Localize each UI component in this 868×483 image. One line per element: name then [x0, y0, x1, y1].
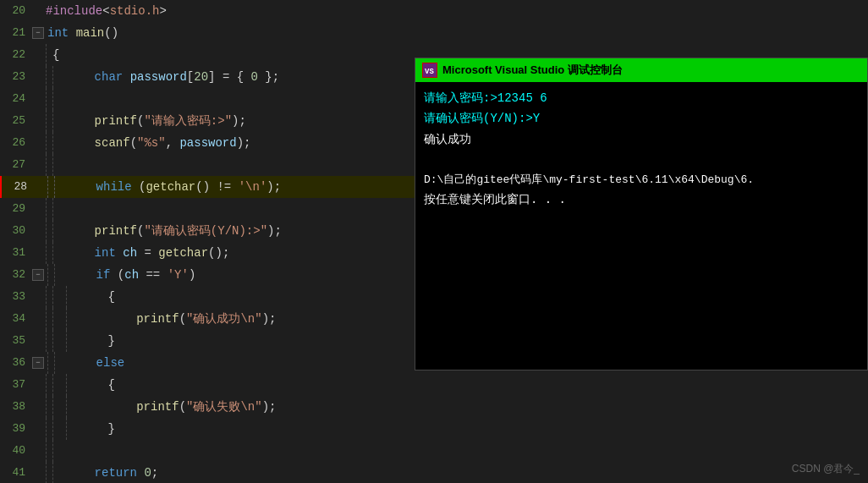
line-content-40 [44, 440, 415, 462]
line-content-20: #include<stdio.h> [44, 0, 415, 22]
console-line-6: 按任意键关闭此窗口. . . [424, 190, 859, 209]
line-content-34: printf("确认成功\n"); [44, 308, 415, 330]
line-content-27 [44, 154, 415, 176]
fold-icon-32[interactable]: − [32, 269, 44, 281]
code-line-27: 27 [0, 154, 415, 176]
code-line-21: 21 − int main() [0, 22, 415, 44]
line-content-21: int main() [46, 22, 415, 44]
console-line-5: D:\自己的gitee代码库\my-first-test\6.11\x64\De… [424, 172, 859, 189]
line-num-38: 38 [0, 396, 32, 418]
line-num-36: 36 [0, 352, 32, 374]
code-line-26: 26 scanf("%s", password); [0, 132, 415, 154]
code-line-20: 20 #include<stdio.h> [0, 0, 415, 22]
line-num-41: 41 [0, 462, 32, 483]
line-content-29 [44, 198, 415, 220]
svg-text:VS: VS [425, 68, 434, 76]
code-line-39: 39 } [0, 418, 415, 440]
code-editor: 20 #include<stdio.h> 21 − int main() 22 … [0, 0, 415, 483]
code-line-34: 34 printf("确认成功\n"); [0, 308, 415, 330]
code-line-25: 25 printf("请输入密码:>"); [0, 110, 415, 132]
line-num-24: 24 [0, 88, 32, 110]
line-content-32: if (ch == 'Y') [46, 264, 415, 286]
fold-icon-36[interactable]: − [32, 357, 44, 369]
code-line-23: 23 char password[20] = { 0 }; [0, 66, 415, 88]
code-line-36: 36 − else [0, 352, 415, 374]
line-content-35: } [44, 330, 415, 352]
line-num-31: 31 [0, 242, 32, 264]
code-lines: 20 #include<stdio.h> 21 − int main() 22 … [0, 0, 415, 483]
code-line-38: 38 printf("确认失败\n"); [0, 396, 415, 418]
line-content-38: printf("确认失败\n"); [44, 396, 415, 418]
line-num-27: 27 [0, 154, 32, 176]
line-num-40: 40 [0, 440, 32, 462]
line-num-28: 28 [2, 176, 34, 198]
code-line-30: 30 printf("请确认密码(Y/N):>"); [0, 220, 415, 242]
line-content-36: else [46, 352, 415, 374]
line-content-24 [44, 88, 415, 110]
line-content-28: while (getchar() != '\n'); [46, 176, 415, 198]
line-content-22: { [44, 44, 415, 66]
line-content-33: { [44, 286, 415, 308]
line-num-20: 20 [0, 0, 32, 22]
line-content-25: printf("请输入密码:>"); [44, 110, 415, 132]
line-content-26: scanf("%s", password); [44, 132, 415, 154]
code-line-31: 31 int ch = getchar(); [0, 242, 415, 264]
vs-icon: VS [422, 63, 437, 78]
line-content-41: return 0; [44, 462, 415, 483]
code-line-24: 24 [0, 88, 415, 110]
line-num-39: 39 [0, 418, 32, 440]
console-line-2: 请确认密码(Y/N):>Y [424, 109, 859, 128]
csdn-watermark: CSDN @君今_ [792, 462, 860, 476]
line-num-32: 32 [0, 264, 32, 286]
main-wrapper: 20 #include<stdio.h> 21 − int main() 22 … [0, 0, 868, 483]
line-content-30: printf("请确认密码(Y/N):>"); [44, 220, 415, 242]
line-content-39: } [44, 418, 415, 440]
line-num-23: 23 [0, 66, 32, 88]
line-num-26: 26 [0, 132, 32, 154]
line-num-21: 21 [0, 22, 32, 44]
code-line-37: 37 { [0, 374, 415, 396]
watermark-text: CSDN @君今_ [792, 463, 860, 475]
line-num-25: 25 [0, 110, 32, 132]
console-title: Microsoft Visual Studio 调试控制台 [442, 63, 623, 78]
code-line-40: 40 [0, 440, 415, 462]
code-line-32: 32 − if (ch == 'Y') [0, 264, 415, 286]
console-line-3: 确认成功 [424, 130, 859, 149]
line-num-34: 34 [0, 308, 32, 330]
code-line-28: 28 while (getchar() != '\n'); [0, 176, 415, 198]
fold-icon-21[interactable]: − [32, 27, 44, 39]
line-num-37: 37 [0, 374, 32, 396]
code-line-22: 22 { [0, 44, 415, 66]
line-num-22: 22 [0, 44, 32, 66]
line-content-37: { [44, 374, 415, 396]
console-window: VS Microsoft Visual Studio 调试控制台 请输入密码:>… [415, 58, 868, 370]
console-body: 请输入密码:>12345 6 请确认密码(Y/N):>Y 确认成功 D:\自己的… [415, 82, 867, 370]
line-content-31: int ch = getchar(); [44, 242, 415, 264]
code-line-33: 33 { [0, 286, 415, 308]
console-line-4 [424, 151, 859, 169]
line-num-35: 35 [0, 330, 32, 352]
line-num-29: 29 [0, 198, 32, 220]
line-num-30: 30 [0, 220, 32, 242]
console-titlebar: VS Microsoft Visual Studio 调试控制台 [415, 58, 867, 82]
line-content-23: char password[20] = { 0 }; [44, 66, 415, 88]
line-num-33: 33 [0, 286, 32, 308]
console-line-1: 请输入密码:>12345 6 [424, 89, 859, 107]
code-line-41: 41 return 0; [0, 462, 415, 483]
code-line-29: 29 [0, 198, 415, 220]
code-line-35: 35 } [0, 330, 415, 352]
